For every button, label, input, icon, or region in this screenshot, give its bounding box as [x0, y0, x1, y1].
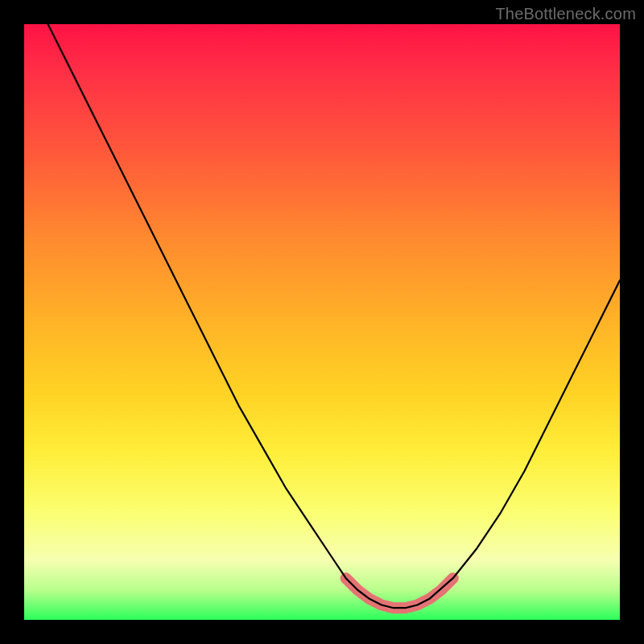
chart-svg: [24, 24, 620, 620]
bottleneck-curve: [24, 24, 620, 608]
watermark-text: TheBottleneck.com: [495, 5, 636, 23]
chart-frame: TheBottleneck.com: [0, 0, 644, 644]
plot-area: [24, 24, 620, 620]
